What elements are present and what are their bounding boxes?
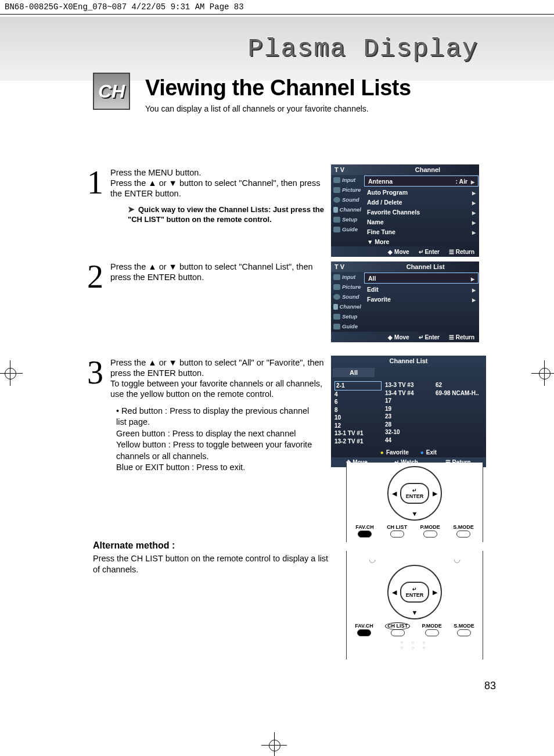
side2-guide: Guide (331, 321, 364, 331)
side-sound: Sound (331, 195, 364, 205)
page-number: 83 (484, 680, 496, 692)
step-2-text: Press the ▲ or ▼ button to select "Chann… (110, 261, 331, 282)
menu-icon: ☰ (449, 249, 454, 255)
side2-setup: Setup (331, 311, 364, 321)
osd2-row-edit: Edit (364, 284, 479, 294)
chlist-btn-exit: Exit (420, 449, 437, 456)
down-arrow-icon: ▼ (412, 510, 418, 517)
side2-sound: Sound (331, 292, 364, 302)
alt-method-text: Press the CH LIST button on the remote c… (93, 553, 331, 575)
side-channel: Channel (331, 205, 364, 214)
right-arrow-icon-2: ▶ (433, 589, 437, 596)
crop-mark-left-icon (0, 360, 23, 386)
crop-mark-bottom-icon (261, 732, 287, 756)
osd-sidebar: Input Picture Sound Channel Setup Guide (331, 175, 364, 246)
left-arrow-icon-2: ◀ (392, 589, 397, 596)
chlist-btn-favorite: Favorite (380, 449, 409, 456)
side-input: Input (331, 175, 364, 185)
osd-row-finetune: Fine Tune (364, 227, 479, 237)
chlist-button-highlighted: CH LIST (385, 623, 410, 636)
osd-tv-label: T V (334, 166, 344, 173)
side2-channel: Channel (331, 302, 364, 311)
chlist-col-3: 6269-98 NCAM-H.. (436, 381, 483, 445)
page-banner: Plasma Display (0, 17, 554, 81)
updown-icon-2: ◆ (388, 334, 393, 341)
smode-button: S.MODE (453, 524, 474, 538)
osd-channellist-menu: T VChannel List Input Picture Sound Chan… (331, 261, 479, 342)
step-number-2: 2 (87, 264, 108, 290)
banner-title: Plasma Display (247, 34, 479, 63)
osd-row-antenna: Antenna: Air (364, 175, 479, 187)
dpad-ring-icon-2: ◀ ▶ ▼ ↵ENTER (387, 565, 442, 619)
step-1-tip: ➤Quick way to view the Channel Lists: Ju… (128, 205, 331, 224)
osd-row-more: ▼ More (364, 237, 479, 246)
osd2-tv-label: T V (334, 263, 344, 270)
osd-channel-menu: T VChannel Input Picture Sound Channel S… (331, 164, 479, 257)
osd-main-list: Antenna: Air Auto Program Add / Delete F… (364, 175, 479, 246)
ch-badge-icon: CH (93, 73, 130, 110)
side2-picture: Picture (331, 282, 364, 292)
step-3-text: Press the ▲ or ▼ button to select "All" … (110, 357, 331, 400)
favch-button-2: FAV.CH (355, 623, 373, 636)
favch-button: FAV.CH (355, 524, 374, 538)
chlist-color-buttons: Favorite Exit (331, 447, 486, 457)
step-number-1: 1 (87, 170, 108, 196)
enter-button-2: ↵ENTER (400, 582, 429, 603)
remote-diagram-2: ◡◡ ◀ ▶ ▼ ↵ENTER FAV.CH CH LIST P.MODE S.… (346, 551, 483, 660)
step-number-3: 3 (87, 360, 108, 386)
osd-row-favchannels: Favorite Channels (364, 207, 479, 217)
osd-row-name: Name (364, 217, 479, 227)
osd-footer: ◆ Move ↵ Enter ☰ Return (331, 246, 479, 257)
osd2-sidebar: Input Picture Sound Channel Setup Guide (331, 272, 364, 332)
osd2-main-list: All Edit Favorite (364, 272, 479, 332)
chlist-button: CH LIST (387, 524, 407, 538)
chlist-col-1: 2-1 468 101213-1 TV #113-2 TV #1 (334, 381, 382, 445)
osd2-row-all: All (364, 273, 479, 284)
print-header: BN68-00825G-X0Eng_078~087 4/22/05 9:31 A… (0, 0, 554, 15)
tip-text: Quick way to view the Channel Lists: Jus… (128, 205, 324, 224)
step-1-text: Press the MENU button. Press the ▲ or ▼ … (110, 167, 331, 199)
right-arrow-icon: ▶ (433, 490, 437, 497)
page-title: Viewing the Channel Lists (145, 76, 411, 101)
side2-input: Input (331, 272, 364, 282)
enter-icon: ↵ (419, 249, 423, 255)
step-3-bullets: • Red button : Press to display the prev… (116, 406, 331, 474)
enter-icon-2: ↵ (419, 334, 423, 341)
smode-button-2: S.MODE (454, 623, 474, 636)
tip-arrow-icon: ➤ (128, 205, 135, 215)
osd2-row-favorite: Favorite (364, 294, 479, 304)
osd-channel-list-grid: Channel List All 2-1 468 101213-1 TV #11… (331, 356, 486, 467)
side-guide: Guide (331, 224, 364, 234)
dpad-ring-icon: ◀ ▶ ▼ ↵ENTER (387, 466, 442, 521)
alt-method-title: Alternate method : (93, 540, 331, 551)
osd-row-autoprogram: Auto Program (364, 187, 479, 197)
side-setup: Setup (331, 214, 364, 224)
enter-button: ↵ENTER (400, 483, 429, 504)
osd2-footer: ◆ Move ↵ Enter ☰ Return (331, 332, 479, 342)
side-picture: Picture (331, 185, 364, 195)
remote-dots-icon: ○ ○ ○○ ○ ○ (349, 640, 480, 650)
osd2-title: Channel List (406, 263, 445, 270)
chlist-subtab-all: All (333, 368, 375, 377)
osd-title: Channel (415, 166, 440, 173)
osd-row-adddelete: Add / Delete (364, 197, 479, 207)
crop-mark-right-icon (531, 360, 554, 386)
pmode-button-2: P.MODE (422, 623, 442, 636)
remote-diagram-1: ◀ ▶ ▼ ↵ENTER FAV.CH CH LIST P.MODE S.MOD… (346, 463, 483, 542)
menu-icon-2: ☰ (449, 334, 454, 341)
pmode-button: P.MODE (420, 524, 440, 538)
page-subtitle: You can display a list of all channels o… (145, 104, 411, 113)
down-arrow-icon-2: ▼ (412, 609, 418, 616)
chlist-col-2: 13-3 TV #313-4 TV #41719 232832-1044 (385, 381, 432, 445)
chlist-title: Channel List (331, 356, 486, 366)
updown-icon: ◆ (388, 249, 393, 255)
left-arrow-icon: ◀ (392, 490, 397, 497)
